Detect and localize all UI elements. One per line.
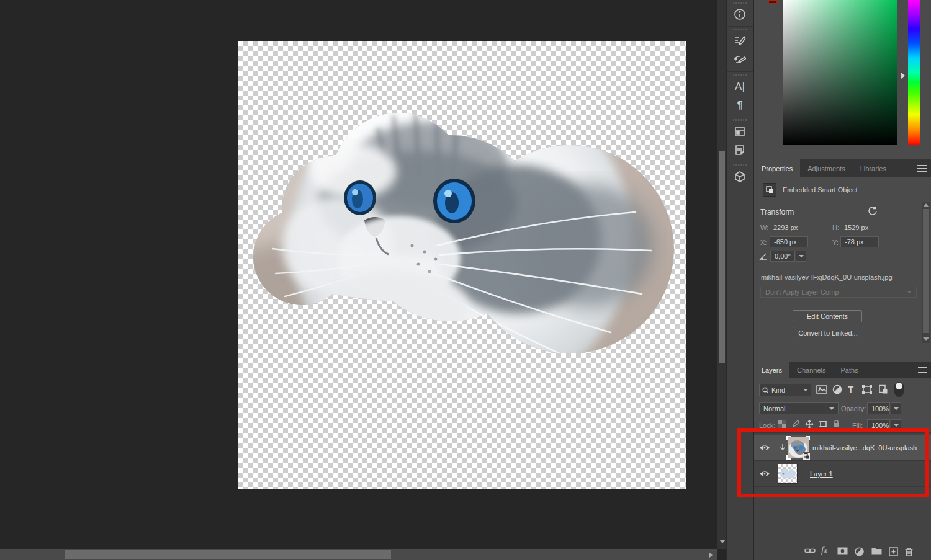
scroll-up-icon[interactable] [923, 203, 929, 207]
document-canvas[interactable] [238, 41, 686, 489]
tab-channels[interactable]: Channels [789, 362, 833, 378]
scroll-right-icon[interactable] [709, 552, 713, 558]
dock-grip[interactable] [733, 74, 747, 76]
layers-menu-icon[interactable] [918, 367, 927, 373]
color-swatch[interactable] [768, 0, 778, 4]
chevron-down-icon [829, 407, 834, 410]
y-field[interactable]: -78 px [840, 236, 879, 247]
smart-object-filename: mikhail-vasilyev-IFxjDdqK_0U-unsplash.jp… [761, 273, 893, 281]
layer-row-layer-1[interactable]: Layer 1 [754, 461, 931, 487]
visibility-toggle[interactable] [754, 435, 775, 461]
fill-dropdown-icon[interactable] [891, 419, 901, 431]
hue-slider[interactable] [908, 0, 920, 145]
search-icon [762, 387, 769, 394]
clipping-mask-icon [779, 443, 786, 454]
filter-toggle[interactable] [894, 382, 904, 397]
convert-to-linked-button[interactable]: Convert to Linked... [793, 327, 863, 339]
convert-to-linked-label: Convert to Linked... [798, 329, 857, 337]
filter-smart-objects-icon[interactable] [878, 384, 888, 394]
tab-paths[interactable]: Paths [834, 362, 866, 378]
smart-object-icon [763, 183, 776, 197]
dock-group-3d [727, 162, 753, 189]
kind-filter-dropdown[interactable]: Kind [759, 384, 811, 396]
link-layers-icon[interactable] [804, 547, 816, 554]
3d-icon[interactable] [727, 167, 752, 186]
properties-tabbar: Properties Adjustments Libraries [754, 159, 931, 177]
lock-pixels-icon[interactable] [791, 420, 800, 429]
tab-properties-label: Properties [762, 165, 793, 172]
vertical-scrollbar-thumb[interactable] [719, 151, 725, 363]
w-value[interactable]: 2293 px [773, 224, 798, 231]
saturation-brightness-field[interactable] [783, 0, 897, 145]
tab-properties[interactable]: Properties [754, 159, 800, 177]
properties-menu-icon[interactable] [917, 165, 927, 172]
edit-contents-button[interactable]: Edit Contents [793, 310, 862, 322]
opacity-dropdown-icon[interactable] [891, 402, 901, 414]
layers-bottom-bar: fx [754, 544, 931, 560]
info-icon[interactable] [727, 5, 752, 24]
layer-thumbnail[interactable] [788, 437, 809, 458]
visibility-toggle[interactable] [754, 461, 775, 487]
layers-tabbar: Layers Channels Paths [754, 362, 931, 378]
layer-thumbnail[interactable] [778, 464, 798, 484]
tab-layers-label: Layers [762, 367, 782, 374]
filter-adjustment-layers-icon[interactable] [832, 384, 842, 394]
eye-icon [759, 444, 770, 451]
lock-all-icon[interactable] [832, 419, 840, 428]
angle-dropdown-icon[interactable] [796, 251, 806, 262]
new-layer-icon[interactable] [889, 547, 898, 556]
horizontal-scrollbar-thumb[interactable] [65, 550, 391, 559]
hue-slider-cursor[interactable] [901, 73, 905, 79]
dock-grip[interactable] [733, 119, 747, 121]
vertical-scrollbar[interactable] [717, 0, 726, 549]
dock-grip[interactable] [733, 29, 747, 30]
delete-layer-icon[interactable] [905, 547, 913, 556]
chevron-down-icon [803, 389, 808, 391]
fill-field[interactable]: 100% [867, 419, 890, 431]
layer-row-smart-object[interactable]: mikhail-vasilye...dqK_0U-unsplash [754, 435, 931, 461]
x-field[interactable]: -650 px [770, 236, 808, 247]
layer-name[interactable]: Layer 1 [810, 470, 833, 478]
smart-object-header: Embedded Smart Object [783, 186, 857, 193]
tab-libraries[interactable]: Libraries [853, 159, 894, 177]
scroll-down-icon[interactable] [923, 337, 929, 341]
filter-shape-layers-icon[interactable] [861, 384, 873, 394]
dock-empty-space [727, 189, 753, 560]
scroll-down-icon[interactable] [719, 540, 726, 543]
lock-artboard-icon[interactable] [819, 420, 828, 429]
tab-layers[interactable]: Layers [754, 362, 789, 378]
layer-mask-icon[interactable] [837, 547, 848, 555]
notes-icon[interactable] [727, 141, 752, 159]
paragraph-icon[interactable]: ¶ [727, 96, 752, 114]
properties-scrollbar-thumb[interactable] [923, 209, 929, 333]
filter-type-layers-icon[interactable]: T [848, 384, 853, 394]
h-value[interactable]: 1529 px [844, 224, 868, 231]
photoshop-app: A| ¶ [0, 0, 931, 560]
blend-mode-dropdown[interactable]: Normal [759, 402, 839, 414]
layer-comp-dropdown[interactable]: Don't Apply Layer Comp [760, 287, 917, 298]
layer-effects-icon[interactable]: fx [821, 546, 827, 556]
right-panel-column: Properties Adjustments Libraries Embedde… [753, 0, 931, 560]
filter-pixel-layers-icon[interactable] [816, 384, 827, 394]
brush-settings-icon[interactable] [727, 32, 752, 50]
adjustment-layer-icon[interactable] [855, 547, 864, 556]
brushes-icon[interactable] [727, 50, 752, 69]
horizontal-scrollbar[interactable] [0, 549, 717, 560]
opacity-field[interactable]: 100% [867, 402, 890, 414]
properties-scrollbar[interactable] [922, 202, 930, 343]
layer-comps-icon[interactable] [727, 122, 752, 141]
dock-group-comps-notes [727, 117, 753, 162]
lock-transparency-icon[interactable] [778, 420, 786, 429]
angle-icon [759, 252, 768, 262]
tab-adjustments[interactable]: Adjustments [800, 159, 853, 177]
transform-section-label: Transform [760, 208, 794, 216]
eye-icon [759, 470, 770, 478]
layer-name[interactable]: mikhail-vasilye...dqK_0U-unsplash [812, 444, 917, 451]
reset-transform-icon[interactable] [868, 206, 878, 217]
dock-grip[interactable] [733, 164, 747, 166]
new-group-icon[interactable] [871, 547, 882, 555]
dock-grip[interactable] [733, 2, 747, 4]
lock-position-icon[interactable] [805, 420, 814, 429]
angle-field[interactable]: 0,00° [770, 251, 795, 262]
character-icon[interactable]: A| [727, 77, 752, 96]
